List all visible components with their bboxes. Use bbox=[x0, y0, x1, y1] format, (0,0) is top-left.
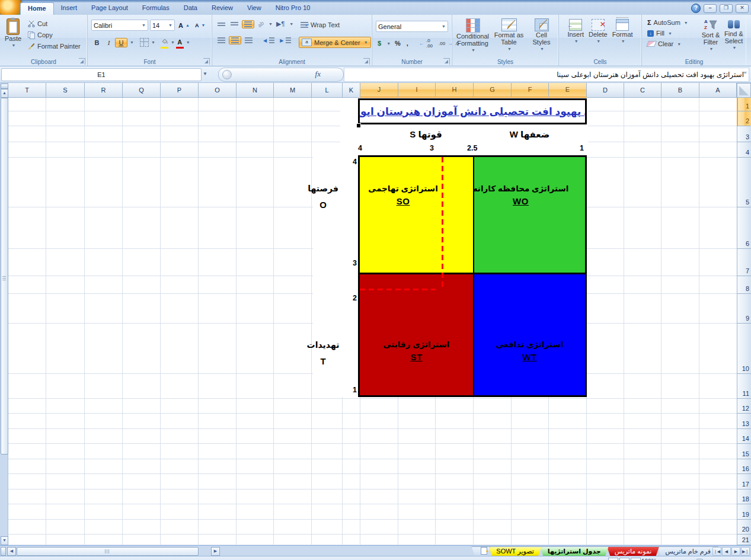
conditional-formatting-button[interactable]: Conditional Formatting ▼ bbox=[456, 18, 490, 59]
row-header-17[interactable]: 17 bbox=[737, 474, 751, 489]
normal-view-icon[interactable]: ▦ bbox=[608, 558, 618, 560]
scroll-up-icon[interactable]: ▲ bbox=[1, 89, 8, 98]
column-header-D[interactable]: D bbox=[587, 83, 624, 98]
ribbon-tab-home[interactable]: Home bbox=[20, 2, 54, 15]
last-sheet-icon[interactable]: ▶❘ bbox=[741, 547, 750, 556]
scroll-right-icon[interactable]: ▶ bbox=[211, 547, 220, 556]
column-header-B[interactable]: B bbox=[661, 83, 699, 98]
underline-button[interactable]: U bbox=[115, 38, 127, 47]
row-header-6[interactable]: 6 bbox=[737, 207, 751, 249]
row-header-1[interactable]: 1 bbox=[737, 98, 751, 111]
align-left-button[interactable] bbox=[216, 37, 227, 44]
number-format-select[interactable]: General▼ bbox=[376, 21, 448, 32]
sort-filter-button[interactable]: A Z Sort & Filter ▼ bbox=[699, 18, 723, 53]
row-header-8[interactable]: 8 bbox=[737, 276, 751, 294]
column-header-J[interactable]: J bbox=[360, 83, 398, 98]
font-family-select[interactable]: Calibri▼ bbox=[91, 20, 148, 31]
vertical-split-handle[interactable] bbox=[1, 84, 8, 89]
format-cells-button[interactable]: Format ▼ bbox=[612, 19, 633, 59]
increase-decimal-button[interactable]: ←.0.00 bbox=[417, 37, 434, 49]
row-header-4[interactable]: 4 bbox=[737, 142, 751, 158]
column-header-L[interactable]: L bbox=[312, 83, 343, 98]
number-dialog-launcher-icon[interactable] bbox=[443, 58, 450, 65]
comma-style-button[interactable]: , bbox=[405, 39, 410, 47]
column-header-M[interactable]: M bbox=[274, 83, 312, 98]
column-header-P[interactable]: P bbox=[161, 83, 199, 98]
column-header-F[interactable]: F bbox=[512, 83, 549, 98]
ribbon-tab-view[interactable]: View bbox=[240, 2, 269, 15]
name-box[interactable]: E1 bbox=[1, 68, 202, 81]
horizontal-scrollbar[interactable]: ◀ ▶ bbox=[0, 546, 227, 556]
column-header-O[interactable]: O bbox=[199, 83, 237, 98]
cell-styles-button[interactable]: Cell Styles ▼ bbox=[528, 18, 555, 59]
page-layout-view-icon[interactable]: ▤ bbox=[619, 558, 629, 560]
scroll-down-icon[interactable]: ▼ bbox=[1, 536, 8, 545]
copy-button[interactable]: Copy bbox=[26, 31, 82, 39]
bottom-align-button[interactable] bbox=[242, 20, 254, 28]
top-align-button[interactable] bbox=[216, 22, 227, 27]
column-header-C[interactable]: C bbox=[624, 83, 661, 98]
fill-color-options-icon[interactable]: ▼ bbox=[171, 40, 175, 44]
row-header-13[interactable]: 13 bbox=[737, 414, 751, 429]
increase-indent-button[interactable]: ▶ bbox=[278, 37, 293, 44]
close-button[interactable]: ✕ bbox=[736, 4, 749, 13]
find-select-button[interactable]: Find & Select ▼ bbox=[723, 18, 745, 52]
quadrant-st[interactable]: استراتژی رقابتی ST bbox=[360, 274, 474, 395]
clear-button[interactable]: Clear ▼ bbox=[645, 40, 690, 48]
cut-button[interactable]: Cut bbox=[26, 20, 82, 28]
column-header-E[interactable]: E bbox=[549, 83, 587, 98]
row-header-18[interactable]: 18 bbox=[737, 489, 751, 504]
borders-icon[interactable] bbox=[140, 38, 149, 47]
row-header-21[interactable]: 21 bbox=[737, 535, 751, 545]
ribbon-tab-page-layout[interactable]: Page Layout bbox=[84, 2, 135, 15]
cell-grid[interactable]: استراتژی بهبود افت تحصیلی دانش آموزان هن… bbox=[8, 98, 737, 545]
bold-button[interactable]: B bbox=[91, 39, 103, 47]
column-header-N[interactable]: N bbox=[237, 83, 274, 98]
row-header-3[interactable]: 3 bbox=[737, 126, 751, 142]
previous-sheet-icon[interactable]: ◀ bbox=[722, 547, 731, 556]
orientation-options-icon[interactable]: ▼ bbox=[269, 22, 273, 26]
grow-font-button[interactable]: A▲ bbox=[177, 20, 191, 31]
page-break-view-icon[interactable]: ▥ bbox=[631, 558, 641, 560]
paste-button[interactable]: Paste ▼ bbox=[2, 18, 24, 49]
column-header-I[interactable]: I bbox=[398, 83, 436, 98]
fill-color-button[interactable] bbox=[161, 36, 168, 49]
font-size-select[interactable]: 14▼ bbox=[150, 20, 175, 31]
ribbon-tab-review[interactable]: Review bbox=[204, 2, 240, 15]
insert-function-area[interactable]: fx bbox=[218, 68, 344, 82]
delete-cells-button[interactable]: ✕ Delete ▼ bbox=[589, 19, 608, 59]
merge-center-button[interactable]: a Merge & Center ▼ bbox=[299, 37, 371, 48]
row-header-9[interactable]: 9 bbox=[737, 294, 751, 324]
row-header-19[interactable]: 19 bbox=[737, 504, 751, 520]
accounting-format-button[interactable]: $ bbox=[376, 39, 383, 47]
row-header-14[interactable]: 14 bbox=[737, 429, 751, 444]
chart-title-cell[interactable]: استراتژی بهبود افت تحصیلی دانش آموزان هن… bbox=[358, 98, 587, 124]
orientation-button[interactable]: ab bbox=[255, 18, 267, 30]
middle-align-button[interactable] bbox=[229, 21, 240, 27]
row-header-7[interactable]: 7 bbox=[737, 249, 751, 276]
align-right-button[interactable] bbox=[243, 37, 254, 44]
autosum-button[interactable]: Σ AutoSum ▼ bbox=[645, 18, 690, 27]
sheet-tab[interactable]: نمونه ماتریس bbox=[607, 546, 660, 556]
vertical-scroll-thumb[interactable] bbox=[1, 98, 8, 455]
underline-options-icon[interactable]: ▼ bbox=[130, 40, 134, 44]
percent-style-button[interactable]: % bbox=[393, 39, 402, 47]
text-direction-button[interactable]: ▶¶ bbox=[274, 20, 286, 28]
font-color-button[interactable]: A bbox=[176, 36, 184, 49]
column-header-S[interactable]: S bbox=[46, 83, 85, 98]
tab-split-handle[interactable] bbox=[1, 547, 6, 556]
formula-input[interactable]: استراتژی بهبود افت تحصیلی دانش آموزان هن… bbox=[344, 68, 749, 82]
format-painter-button[interactable]: Format Painter bbox=[26, 42, 82, 50]
ribbon-tab-nitro-pro-10[interactable]: Nitro Pro 10 bbox=[269, 2, 318, 15]
ribbon-tab-insert[interactable]: Insert bbox=[54, 2, 85, 15]
scroll-left-icon[interactable]: ◀ bbox=[7, 547, 16, 556]
quadrant-wo[interactable]: استراتژی محافظه کارانه WO bbox=[474, 157, 585, 274]
alignment-dialog-launcher-icon[interactable] bbox=[363, 58, 370, 65]
maximize-button[interactable]: ❐ bbox=[720, 4, 733, 13]
sheet-tab[interactable]: فرم خام ماتریس bbox=[657, 546, 718, 556]
wrap-text-button[interactable]: ↵ Wrap Text bbox=[299, 21, 341, 29]
row-header-15[interactable]: 15 bbox=[737, 444, 751, 459]
minimize-button[interactable]: – bbox=[704, 4, 717, 13]
fill-button[interactable]: ↓ Fill ▼ bbox=[645, 29, 690, 37]
row-header-11[interactable]: 11 bbox=[737, 374, 751, 399]
